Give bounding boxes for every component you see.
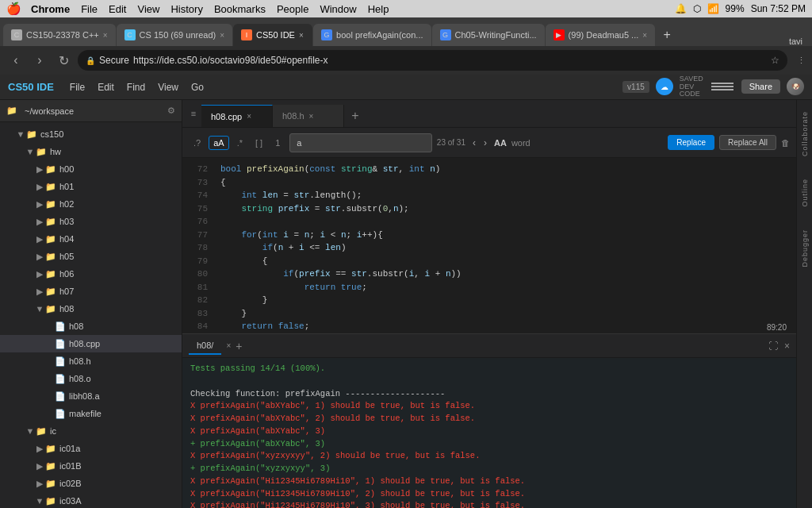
editor-tab-h08h[interactable]: h08.h × [273, 105, 344, 127]
folder-h01[interactable]: ▶📁h01 [0, 178, 182, 195]
folder-ic01a[interactable]: ▶📁ic01a [0, 440, 182, 457]
terminal-tab-close-button[interactable]: × [226, 341, 231, 350]
outline-panel-button[interactable]: Outline [801, 175, 809, 210]
terminal-line-11: X prefixAgain("Hi12345Hi6789Hi10", 3) sh… [190, 500, 788, 508]
user-avatar: 🐶 [787, 78, 804, 95]
file-h08-o[interactable]: 📄h08.o [0, 370, 182, 387]
menu-edit[interactable]: Edit [109, 3, 126, 15]
menu-people[interactable]: People [277, 3, 308, 15]
tab-close-cs150-69[interactable]: × [220, 31, 224, 40]
ide-menu-file[interactable]: File [67, 82, 88, 93]
search-prev-button[interactable]: ‹ [470, 137, 478, 148]
menu-history[interactable]: History [170, 3, 202, 15]
terminal-maximize-icon[interactable]: ⛶ [768, 341, 778, 352]
editor-tab-close-h08cpp[interactable]: × [247, 112, 251, 121]
bookmark-star-icon[interactable]: ☆ [771, 55, 779, 66]
folder-ic02b[interactable]: ▶📁ic02B [0, 475, 182, 492]
tab-deadmau5[interactable]: ▶ (99) Deadmau5 ... × [546, 24, 656, 46]
forward-button[interactable]: › [30, 51, 49, 70]
debugger-panel-button[interactable]: Debugger [801, 226, 809, 271]
search-next-button[interactable]: › [481, 137, 489, 148]
folder-ic[interactable]: ▼📁ic [0, 422, 182, 440]
folder-h07[interactable]: ▶📁h07 [0, 283, 182, 300]
search-option-1[interactable]: 1 [270, 136, 285, 150]
line-num-77: 77 [182, 229, 208, 242]
hamburger-icon[interactable] [710, 78, 735, 95]
tab-close-cs50ide[interactable]: × [299, 31, 304, 40]
tab-ch05[interactable]: G Ch05-WritingFuncti... [432, 24, 545, 46]
chrome-menu-button[interactable]: ⋮ [797, 56, 806, 66]
menu-view[interactable]: View [137, 3, 159, 15]
tab-label-prefix: bool prefixAgain(con... [336, 30, 423, 40]
folder-h05[interactable]: ▶📁h05 [0, 248, 182, 265]
ide-menu-go[interactable]: Go [188, 82, 207, 93]
tab-cs150-69[interactable]: C CS 150 (69 unread) × [117, 24, 232, 46]
folder-cs150[interactable]: ▼ 📁 cs150 [0, 125, 182, 143]
folder-h08[interactable]: ▼📁h08 [0, 300, 182, 318]
menu-help[interactable]: Help [368, 3, 389, 15]
tab-prefix[interactable]: G bool prefixAgain(con... [313, 24, 431, 46]
folder-h06[interactable]: ▶📁h06 [0, 265, 182, 283]
file-h08-cpp[interactable]: 📄h08.cpp [0, 335, 182, 352]
share-button[interactable]: Share [741, 79, 780, 94]
terminal-add-button[interactable]: + [236, 340, 242, 352]
folder-h03[interactable]: ▶📁h03 [0, 213, 182, 230]
folder-ic01b[interactable]: ▶📁ic01B [0, 457, 182, 475]
menu-bookmarks[interactable]: Bookmarks [214, 3, 266, 15]
expand-icon: ≡ [186, 100, 201, 127]
apple-menu-icon[interactable]: 🍎 [6, 2, 21, 16]
terminal-tab-h08[interactable]: h08/ [189, 337, 221, 355]
tab-favicon-cs150: C [11, 29, 22, 40]
tab-close-cs150[interactable]: × [103, 31, 108, 40]
file-libh08[interactable]: 📄libh08.a [0, 387, 182, 405]
label-makefile: makefile [69, 409, 102, 418]
line-num-72: 72 [182, 163, 208, 176]
menu-window[interactable]: Window [320, 3, 356, 15]
ide-menu-view[interactable]: View [155, 82, 182, 93]
file-h08[interactable]: 📄h08 [0, 318, 182, 335]
search-input[interactable] [289, 133, 432, 152]
editor-tab-add-button[interactable]: + [344, 105, 366, 127]
search-option-case[interactable]: aA [209, 136, 228, 150]
menu-items: File Edit View History Bookmarks People … [81, 3, 389, 15]
workspace-settings-icon[interactable]: ⚙ [167, 106, 175, 116]
code-editor[interactable]: 72 73 74 75 76 77 78 79 80 81 82 83 84 8… [182, 158, 796, 333]
wifi-icon: 📶 [707, 3, 719, 14]
search-option-wildcard[interactable]: .* [232, 136, 247, 150]
url-bar[interactable]: 🔒 Secure https://ide.cs50.io/soctavio98/… [78, 50, 787, 71]
folder-hw[interactable]: ▼ 📁 hw [0, 143, 182, 160]
search-option-regex[interactable]: .? [189, 136, 205, 150]
file-h08-h[interactable]: 📄h08.h [0, 352, 182, 370]
terminal-line-4: X prefixAgain("abXYabc", 2) should be tr… [190, 413, 788, 425]
code-content[interactable]: bool prefixAgain(const string& str, int … [214, 158, 796, 333]
tab-cs50ide[interactable]: I CS50 IDE × [233, 24, 312, 46]
replace-button[interactable]: Replace [668, 135, 714, 150]
ide-logo: CS50 IDE [8, 81, 54, 93]
search-option-brackets[interactable]: [ ] [251, 136, 267, 150]
terminal-line-9: X prefixAgain("Hi12345Hi6789Hi10", 1) sh… [190, 475, 788, 488]
label-ic03a: ic03A [59, 496, 82, 506]
tab-cs150[interactable]: C CS150-23378 C++ × [3, 24, 116, 46]
ide-menu-find[interactable]: Find [124, 82, 148, 93]
tab-label-ch05: Ch05-WritingFuncti... [455, 30, 537, 40]
file-makefile[interactable]: 📄makefile [0, 405, 182, 422]
ide-menu-edit[interactable]: Edit [94, 82, 117, 93]
back-button[interactable]: ‹ [6, 51, 25, 70]
line-num-82: 82 [182, 294, 208, 307]
folder-h04[interactable]: ▶📁h04 [0, 230, 182, 248]
collaborate-panel-button[interactable]: Collaborate [801, 108, 809, 160]
word-label: word [511, 138, 530, 148]
menu-file[interactable]: File [81, 3, 98, 15]
folder-h00[interactable]: ▶📁h00 [0, 160, 182, 178]
editor-tab-h08cpp[interactable]: h08.cpp × [201, 105, 273, 127]
terminal-close-icon[interactable]: × [784, 341, 790, 352]
replace-all-button[interactable]: Replace All [719, 135, 776, 150]
editor-tab-close-h08h[interactable]: × [309, 112, 314, 121]
clear-search-button[interactable]: 🗑 [781, 138, 790, 148]
folder-ic03a[interactable]: ▼📁ic03A [0, 492, 182, 508]
new-tab-button[interactable]: + [656, 24, 678, 46]
folder-h02[interactable]: ▶📁h02 [0, 195, 182, 213]
tab-close-deadmau5[interactable]: × [642, 31, 647, 40]
reload-button[interactable]: ↻ [54, 51, 73, 70]
tab-label-cs150-69: CS 150 (69 unread) [140, 30, 216, 40]
